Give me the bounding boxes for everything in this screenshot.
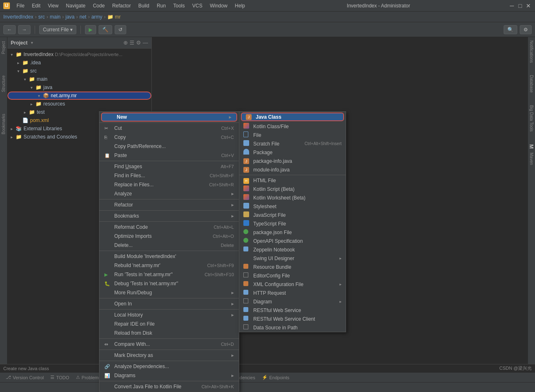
ctx-copy[interactable]: ⎘ Copy Ctrl+C xyxy=(99,133,239,142)
toolbar-settings[interactable]: ⚙ xyxy=(520,25,532,34)
submenu-jsfile[interactable]: JavaScript File xyxy=(239,211,346,219)
submenu-package[interactable]: Package xyxy=(239,148,346,157)
toolbar-sync[interactable]: ↺ xyxy=(115,25,126,34)
ctx-morerun[interactable]: More Run/Debug ▸ xyxy=(99,288,239,297)
submenu-kotlinworksheet[interactable]: Kotlin Worksheet (Beta) xyxy=(239,193,346,202)
ctx-comparewith[interactable]: ⇔ Compare With... Ctrl+D xyxy=(99,340,239,349)
panel-btn3[interactable]: ⚙ xyxy=(136,40,141,46)
toolbar-forward[interactable]: → xyxy=(18,25,31,34)
submenu-tsfile[interactable]: TypeScript File xyxy=(239,219,346,228)
menu-window[interactable]: Window xyxy=(207,2,231,10)
submenu-kotlinclass[interactable]: Kotlin Class/File xyxy=(239,122,346,131)
submenu-openapi[interactable]: OpenAPI Specification xyxy=(239,237,346,245)
tree-item-main[interactable]: ▾ 📁 main xyxy=(7,75,151,83)
breadcrumb-project[interactable]: InvertedIndex xyxy=(3,14,33,20)
menu-run[interactable]: Run xyxy=(153,2,169,10)
breadcrumb-java[interactable]: java xyxy=(66,14,75,20)
ctx-delete[interactable]: Delete... Delete xyxy=(99,241,239,250)
submenu-file[interactable]: File xyxy=(239,131,346,139)
menu-file[interactable]: File xyxy=(13,2,28,10)
ctx-findinfiles[interactable]: Find in Files... Ctrl+Shift+F xyxy=(99,171,239,180)
ctx-optimize[interactable]: Optimize Imports Ctrl+Alt+O xyxy=(99,232,239,241)
submenu-kotlinscript[interactable]: Kotlin Script (Beta) xyxy=(239,185,346,193)
vtab-bookmarks[interactable]: Bookmarks xyxy=(0,111,7,137)
status-todo[interactable]: ☰ TODO xyxy=(48,373,72,382)
ctx-markdir[interactable]: Mark Directory as ▸ xyxy=(99,351,239,360)
ctx-buildmodule[interactable]: Build Module 'InvertedIndex' xyxy=(99,252,239,261)
vtab-structure[interactable]: Structure xyxy=(0,73,7,95)
submenu-stylesheet[interactable]: Stylesheet xyxy=(239,202,346,211)
ctx-copypath[interactable]: Copy Path/Reference... xyxy=(99,142,239,151)
right-panel-maven[interactable]: M xyxy=(528,143,535,150)
ctx-reformat[interactable]: Reformat Code Ctrl+Alt+L xyxy=(99,223,239,232)
tree-item-invertedindex[interactable]: ▾ 📁 InvertedIndex D:\Projects\IdeaProjec… xyxy=(7,50,151,59)
ctx-paste[interactable]: 📋 Paste Ctrl+V xyxy=(99,151,239,160)
ctx-refactor[interactable]: Refactor ▸ xyxy=(99,200,239,209)
submenu-restful[interactable]: RESTful Web Service xyxy=(239,306,346,315)
ctx-localhistory[interactable]: Local History ▸ xyxy=(99,310,239,319)
breadcrumb-net[interactable]: net xyxy=(80,14,87,20)
menu-code[interactable]: Code xyxy=(90,2,108,10)
submenu-xmlconfig[interactable]: XML Configuration File ▸ xyxy=(239,280,346,289)
right-panel-notifications[interactable]: Notifications xyxy=(528,39,535,64)
panel-dropdown[interactable]: ▾ xyxy=(31,40,33,45)
maximize-button[interactable]: □ xyxy=(517,2,523,9)
submenu-httprequest[interactable]: HTTP Request xyxy=(239,289,346,297)
submenu-editorconfig[interactable]: EditorConfig File xyxy=(239,271,346,280)
submenu-packagejson[interactable]: package.json File xyxy=(239,228,346,237)
toolbar-back[interactable]: ← xyxy=(3,25,16,34)
toolbar-current-file[interactable]: Current File ▾ xyxy=(39,25,76,34)
ctx-findusages[interactable]: Find Usages Alt+F7 xyxy=(99,162,239,171)
tree-item-netarmymr[interactable]: ▾ 📦 net.army.mr xyxy=(7,92,151,100)
ctx-rebuild[interactable]: Rebuild 'net.army.mr' Ctrl+Shift+F9 xyxy=(99,261,239,270)
menu-refactor[interactable]: Refactor xyxy=(109,2,134,10)
right-panel-maven-label[interactable]: Maven xyxy=(528,151,535,167)
submenu-swingui[interactable]: Swing UI Designer ▸ xyxy=(239,254,346,263)
toolbar-search[interactable]: 🔍 xyxy=(504,25,517,34)
menu-view[interactable]: View xyxy=(45,2,62,10)
right-panel-database[interactable]: Database xyxy=(528,73,535,94)
submenu-moduleinfo[interactable]: J module-info.java xyxy=(239,165,346,174)
menu-vcs[interactable]: VCS xyxy=(189,2,206,10)
submenu-zeppelin[interactable]: Zeppelin Notebook xyxy=(239,245,346,254)
toolbar-build[interactable]: 🔨 xyxy=(99,25,112,34)
breadcrumb-army[interactable]: army xyxy=(91,14,102,20)
right-panel-bigdata[interactable]: Big Data Tools xyxy=(528,103,535,133)
tree-item-resources[interactable]: ▸ 📁 resources xyxy=(7,100,151,108)
breadcrumb-src[interactable]: src xyxy=(38,14,45,20)
toolbar-run[interactable]: ▶ xyxy=(85,25,96,34)
breadcrumb-main[interactable]: main xyxy=(50,14,61,20)
submenu-scratchfile[interactable]: Scratch File Ctrl+Alt+Shift+Insert xyxy=(239,139,346,148)
breadcrumb-mr[interactable]: 📁 mr xyxy=(107,14,120,20)
ctx-cut[interactable]: ✂ Cut Ctrl+X xyxy=(99,124,239,133)
submenu-resourcebundle[interactable]: Resource Bundle xyxy=(239,263,346,271)
tree-item-idea[interactable]: ▸ 📁 .idea xyxy=(7,59,151,67)
ctx-bookmarks[interactable]: Bookmarks ▸ xyxy=(99,211,239,221)
status-versioncontrol[interactable]: ⎇ Version Control xyxy=(3,373,46,382)
panel-btn2[interactable]: ☰ xyxy=(130,40,134,46)
ctx-convertkotlin[interactable]: Convert Java File to Kotlin File Ctrl+Al… xyxy=(99,382,239,391)
ctx-openin[interactable]: Open In ▸ xyxy=(99,299,239,308)
ctx-run[interactable]: ▶ Run 'Tests in 'net.army.mr'' Ctrl+Shif… xyxy=(99,270,239,279)
submenu-javaclass[interactable]: J Java Class xyxy=(241,113,344,121)
ctx-debug[interactable]: 🐛 Debug 'Tests in 'net.army.mr'' xyxy=(99,279,239,288)
tree-item-java[interactable]: ▾ 📁 java xyxy=(7,83,151,92)
panel-btn1[interactable]: ⊕ xyxy=(123,40,128,46)
close-button[interactable]: ✕ xyxy=(525,2,532,9)
status-endpoints[interactable]: ⚡ Endpoints xyxy=(259,373,292,382)
menu-edit[interactable]: Edit xyxy=(28,2,44,10)
menu-tools[interactable]: Tools xyxy=(170,2,188,10)
submenu-packageinfo[interactable]: J package-info.java xyxy=(239,157,346,165)
ctx-replaceinfiles[interactable]: Replace in Files... Ctrl+Shift+R xyxy=(99,180,239,189)
submenu-diagram[interactable]: Diagram ▸ xyxy=(239,297,346,306)
ctx-analyzedeps[interactable]: 🔗 Analyze Dependencies... xyxy=(99,362,239,371)
tree-item-src[interactable]: ▾ 📁 src xyxy=(7,67,151,75)
ctx-new[interactable]: New ▸ xyxy=(101,113,237,122)
menu-build[interactable]: Build xyxy=(135,2,153,10)
ctx-repairide[interactable]: Repair IDE on File xyxy=(99,319,239,329)
ctx-diagrams[interactable]: 📊 Diagrams ▸ xyxy=(99,371,239,380)
submenu-datasource[interactable]: Data Source in Path xyxy=(239,323,346,332)
menu-help[interactable]: Help xyxy=(231,2,248,10)
panel-btn4[interactable]: — xyxy=(143,40,148,46)
menu-navigate[interactable]: Navigate xyxy=(63,2,89,10)
